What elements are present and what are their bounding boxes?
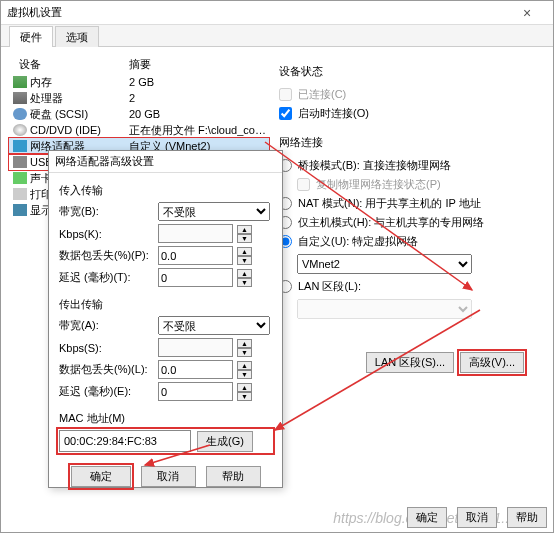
hw-row-硬盘 (SCSI)[interactable]: 硬盘 (SCSI)20 GB (9, 106, 269, 122)
subdialog-title: 网络适配器高级设置 (49, 151, 282, 173)
net-conn-title: 网络连接 (279, 135, 524, 150)
hw-summary: 2 GB (129, 76, 269, 88)
latency-out-input[interactable] (158, 382, 233, 401)
connect-poweron-row[interactable]: 启动时连接(O) (279, 104, 524, 123)
device-config: 设备状态 已连接(C) 启动时连接(O) 网络连接 桥接模式(B): 直接连接物… (279, 55, 524, 373)
connected-row: 已连接(C) (279, 85, 524, 104)
i-cd-icon (13, 124, 27, 136)
advanced-settings-dialog: 网络适配器高级设置 传入传输 带宽(B): 不受限 Kbps(K): ▲▼ 数据… (48, 150, 283, 488)
bridged-row[interactable]: 桥接模式(B): 直接连接物理网络 (279, 156, 524, 175)
hostonly-label: 仅主机模式(H): 与主机共享的专用网络 (298, 215, 484, 230)
kbps-out-input (158, 338, 233, 357)
hw-row-处理器[interactable]: 处理器2 (9, 90, 269, 106)
mac-input[interactable] (59, 430, 191, 452)
tab-hardware[interactable]: 硬件 (9, 26, 53, 47)
hw-row-内存[interactable]: 内存2 GB (9, 74, 269, 90)
advanced-button[interactable]: 高级(V)... (460, 352, 524, 373)
connect-poweron-label: 启动时连接(O) (298, 106, 369, 121)
loss-out-label: 数据包丢失(%)(L): (59, 362, 154, 377)
kbps-in-spinner: ▲▼ (237, 225, 252, 243)
lan-row[interactable]: LAN 区段(L): (279, 277, 524, 296)
device-status-title: 设备状态 (279, 64, 524, 79)
hostonly-row[interactable]: 仅主机模式(H): 与主机共享的专用网络 (279, 213, 524, 232)
col-device: 设备 (9, 57, 129, 72)
mac-row: 生成(G) (59, 430, 272, 452)
replicate-checkbox (297, 178, 310, 191)
latency-in-spinner[interactable]: ▲▼ (237, 269, 252, 287)
sub-help-button[interactable]: 帮助 (206, 466, 261, 487)
sub-ok-button[interactable]: 确定 (71, 466, 131, 487)
nat-label: NAT 模式(N): 用于共享主机的 IP 地址 (298, 196, 481, 211)
col-summary: 摘要 (129, 57, 269, 72)
incoming-title: 传入传输 (59, 183, 272, 198)
bandwidth-out-label: 带宽(A): (59, 318, 154, 333)
hw-name: 处理器 (30, 91, 63, 106)
i-mem-icon (13, 76, 27, 88)
connect-poweron-checkbox[interactable] (279, 107, 292, 120)
i-disp-icon (13, 204, 27, 216)
lan-label: LAN 区段(L): (298, 279, 361, 294)
connected-checkbox (279, 88, 292, 101)
i-snd-icon (13, 172, 27, 184)
custom-label: 自定义(U): 特定虚拟网络 (298, 234, 418, 249)
generate-button[interactable]: 生成(G) (197, 431, 253, 452)
main-ok-button[interactable]: 确定 (407, 507, 447, 528)
hw-summary: 20 GB (129, 108, 269, 120)
latency-out-spinner[interactable]: ▲▼ (237, 383, 252, 401)
subdialog-buttons: 确定 取消 帮助 (59, 466, 272, 487)
i-prn-icon (13, 188, 27, 200)
window-title: 虚拟机设置 (7, 5, 62, 20)
bridged-label: 桥接模式(B): 直接连接物理网络 (298, 158, 451, 173)
hw-summary: 2 (129, 92, 269, 104)
bandwidth-in-select[interactable]: 不受限 (158, 202, 270, 221)
i-cpu-icon (13, 92, 27, 104)
main-help-button[interactable]: 帮助 (507, 507, 547, 528)
latency-out-label: 延迟 (毫秒)(E): (59, 384, 154, 399)
tab-options[interactable]: 选项 (55, 26, 99, 47)
subdialog-body: 传入传输 带宽(B): 不受限 Kbps(K): ▲▼ 数据包丢失(%)(P):… (49, 173, 282, 493)
bandwidth-in-label: 带宽(B): (59, 204, 154, 219)
custom-row[interactable]: 自定义(U): 特定虚拟网络 (279, 232, 524, 251)
loss-in-spinner[interactable]: ▲▼ (237, 247, 252, 265)
sub-cancel-button[interactable]: 取消 (141, 466, 196, 487)
right-button-row: LAN 区段(S)... 高级(V)... (279, 352, 524, 373)
kbps-in-input (158, 224, 233, 243)
latency-in-label: 延迟 (毫秒)(T): (59, 270, 154, 285)
loss-in-label: 数据包丢失(%)(P): (59, 248, 154, 263)
hw-row-CD/DVD (IDE)[interactable]: CD/DVD (IDE)正在使用文件 F:\cloud_comput... (9, 122, 269, 138)
replicate-label: 复制物理网络连接状态(P) (316, 177, 441, 192)
hw-header: 设备 摘要 (9, 55, 269, 74)
kbps-out-label: Kbps(S): (59, 342, 154, 354)
loss-in-input[interactable] (158, 246, 233, 265)
bandwidth-out-select[interactable]: 不受限 (158, 316, 270, 335)
kbps-out-spinner: ▲▼ (237, 339, 252, 357)
custom-vmnet-select[interactable]: VMnet2 (297, 254, 472, 274)
hw-name: CD/DVD (IDE) (30, 124, 101, 136)
lan-segments-button[interactable]: LAN 区段(S)... (366, 352, 454, 373)
loss-out-input[interactable] (158, 360, 233, 379)
mac-label: MAC 地址(M) (59, 411, 272, 426)
hw-name: 硬盘 (SCSI) (30, 107, 88, 122)
titlebar: 虚拟机设置 × (1, 1, 553, 25)
i-net-icon (13, 140, 27, 152)
i-disk-icon (13, 108, 27, 120)
latency-in-input[interactable] (158, 268, 233, 287)
replicate-row: 复制物理网络连接状态(P) (279, 175, 524, 194)
connected-label: 已连接(C) (298, 87, 346, 102)
hw-name: 内存 (30, 75, 52, 90)
main-cancel-button[interactable]: 取消 (457, 507, 497, 528)
hw-summary: 正在使用文件 F:\cloud_comput... (129, 123, 269, 138)
tabs: 硬件 选项 (1, 25, 553, 47)
lan-segment-select (297, 299, 472, 319)
i-usb-icon (13, 156, 27, 168)
outgoing-title: 传出传输 (59, 297, 272, 312)
loss-out-spinner[interactable]: ▲▼ (237, 361, 252, 379)
close-icon[interactable]: × (507, 5, 547, 21)
bottom-bar: 确定 取消 帮助 (407, 507, 547, 528)
nat-row[interactable]: NAT 模式(N): 用于共享主机的 IP 地址 (279, 194, 524, 213)
kbps-in-label: Kbps(K): (59, 228, 154, 240)
